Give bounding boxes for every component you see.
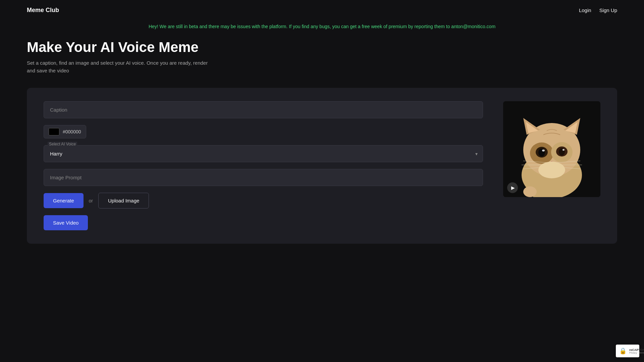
- upload-image-button[interactable]: Upload Image: [98, 193, 149, 208]
- color-swatch: [49, 128, 59, 135]
- banner-text: Hey! We are still in beta and there may …: [149, 24, 495, 29]
- color-hex-value: #000000: [63, 129, 81, 134]
- color-picker-button[interactable]: #000000: [44, 125, 86, 138]
- main-card: #000000 Select AI Voice Harry Alice Bob …: [27, 88, 617, 244]
- ai-voice-select-wrapper: Select AI Voice Harry Alice Bob Emma Jam…: [44, 145, 483, 162]
- ai-voice-select[interactable]: Harry Alice Bob Emma James: [44, 145, 483, 162]
- generate-upload-row: Generate or Upload Image: [44, 193, 483, 208]
- play-button[interactable]: ▶: [507, 182, 518, 193]
- navbar: Meme Club Login Sign Up: [0, 0, 644, 20]
- main-content: Make Your AI Voice Meme Set a caption, f…: [0, 33, 644, 264]
- color-picker-row: #000000: [44, 125, 483, 138]
- page-subtitle: Set a caption, find an image and select …: [27, 59, 617, 74]
- form-section: #000000 Select AI Voice Harry Alice Bob …: [44, 101, 483, 230]
- svg-point-23: [523, 186, 537, 197]
- select-label: Select AI Voice: [48, 142, 77, 146]
- cat-image: [503, 101, 600, 197]
- image-prompt-input[interactable]: [44, 169, 483, 186]
- caption-input[interactable]: [44, 101, 483, 118]
- svg-point-14: [562, 149, 565, 151]
- recaptcha-badge: 🔒 reCAPTCHA Privacy · Terms: [616, 345, 639, 357]
- recaptcha-logo: 🔒: [619, 347, 627, 355]
- svg-point-24: [538, 162, 565, 178]
- or-separator: or: [89, 198, 93, 203]
- signup-link[interactable]: Sign Up: [599, 7, 617, 13]
- recaptcha-text: reCAPTCHA Privacy · Terms: [629, 348, 644, 354]
- video-thumbnail: ▶: [503, 101, 600, 197]
- nav-links: Login Sign Up: [579, 7, 617, 13]
- page-title: Make Your AI Voice Meme: [27, 39, 617, 55]
- save-row: Save Video: [44, 215, 483, 230]
- play-icon: ▶: [511, 185, 515, 190]
- save-video-button[interactable]: Save Video: [44, 215, 88, 230]
- svg-point-13: [542, 149, 545, 152]
- generate-button[interactable]: Generate: [44, 193, 84, 208]
- login-link[interactable]: Login: [579, 7, 591, 13]
- app-logo[interactable]: Meme Club: [27, 7, 59, 14]
- beta-banner: Hey! We are still in beta and there may …: [0, 20, 644, 33]
- image-section: ▶: [503, 101, 600, 197]
